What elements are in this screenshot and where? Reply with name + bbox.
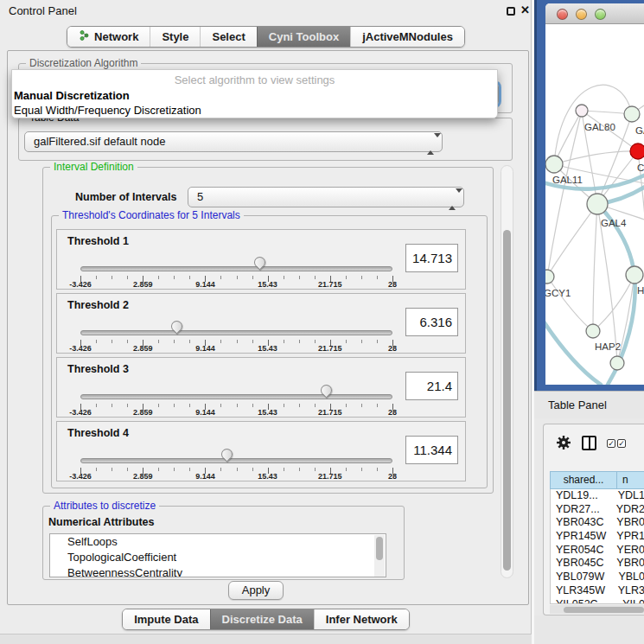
slider-tick [158, 468, 159, 471]
slider-tick [377, 276, 378, 279]
network-node-h[interactable] [626, 266, 643, 284]
settings-scrollbar-thumb[interactable] [503, 230, 511, 571]
algorithm-placeholder-option[interactable]: Select algorithm to view settings [12, 72, 497, 88]
cell-shared-name[interactable]: YER054C [551, 544, 610, 558]
slider-track[interactable] [80, 330, 392, 335]
algorithm-option-equal-width-frequency-discretization[interactable]: Equal Width/Frequency Discretization [12, 103, 497, 118]
threshold-label: Threshold 3 [67, 363, 129, 375]
cell-shared-name[interactable]: YPR145W [551, 530, 610, 544]
slider-tick [112, 404, 112, 407]
below-table-area [534, 615, 644, 644]
table-row[interactable]: YDL19...YDL1 [551, 489, 644, 503]
table-data-group: Table Data galFiltered.sif default node [18, 118, 513, 161]
column-header-shared[interactable]: shared... [550, 471, 617, 489]
table-row[interactable]: YER054CYER0 [551, 544, 644, 558]
cell-shared-name[interactable]: YBR043C [551, 516, 610, 530]
table-row[interactable]: YIL052CYIL0 [551, 598, 644, 605]
tab-cyni-toolbox[interactable]: Cyni Toolbox [257, 27, 350, 47]
tab-style[interactable]: Style [150, 27, 200, 47]
attribute-item-betweennesscentrality[interactable]: BetweennessCentrality [50, 565, 386, 577]
cell-shared-name[interactable]: YDL19... [551, 489, 612, 503]
numerical-attributes-list[interactable]: SelfLoopsTopologicalCoefficientBetweenne… [49, 533, 386, 577]
gear-icon[interactable] [556, 435, 571, 450]
slider-tick [158, 340, 159, 343]
algorithm-option-manual-discretization[interactable]: Manual Discretization [12, 88, 497, 103]
cell-name[interactable]: YDL1 [612, 489, 644, 503]
bottom-tab-impute-data-label: Impute Data [134, 613, 198, 626]
slider-tick [299, 468, 300, 471]
network-node[interactable] [610, 356, 624, 370]
network-canvas[interactable]: GAL80GACGAL11GAL4GCY1HHAP2 [545, 24, 644, 385]
slider-tick-label: 9.144 [195, 472, 215, 481]
threshold-value-field[interactable]: 11.344 [405, 436, 458, 464]
checkbox-icon[interactable]: ✓ [617, 439, 626, 448]
network-node-gal11[interactable] [545, 156, 563, 173]
threshold-row: Threshold 2 -3.4262.8599.14415.4321.7152… [56, 293, 466, 354]
attribute-item-selfloops[interactable]: SelfLoops [50, 534, 386, 550]
column-header-name[interactable]: n [617, 471, 644, 489]
slider-tick [377, 404, 378, 407]
cell-name[interactable]: YBR0 [610, 557, 644, 571]
apply-button[interactable]: Apply [228, 581, 284, 600]
slider-track[interactable] [80, 458, 392, 463]
cell-name[interactable]: YLR3 [612, 584, 644, 598]
threshold-value-field[interactable]: 14.713 [405, 244, 458, 272]
table-row[interactable]: YBR045CYBR0 [551, 557, 644, 571]
network-node-gcy1[interactable] [545, 270, 554, 284]
table-hscrollbar-thumb[interactable] [564, 607, 644, 613]
control-panel-window: Control Panel ✕ NetworkStyleSelectCyni T… [0, 0, 532, 644]
network-node-gal80[interactable] [576, 105, 588, 117]
cell-name[interactable]: YER0 [610, 544, 644, 558]
table-row[interactable]: YBR043CYBR0 [551, 516, 644, 530]
attributes-scrollbar[interactable] [374, 535, 385, 577]
threshold-value-field[interactable]: 6.316 [405, 308, 458, 336]
slider-tick [96, 340, 97, 343]
zoom-traffic-light[interactable] [595, 9, 606, 20]
table-row[interactable]: YBL079WYBL0 [551, 571, 644, 584]
network-node-gal4[interactable] [587, 194, 608, 214]
slider-track[interactable] [80, 394, 392, 399]
cell-name[interactable]: YDR2 [610, 503, 644, 517]
float-window-icon[interactable] [507, 7, 515, 16]
cell-shared-name[interactable]: YBR045C [551, 557, 610, 571]
network-node-ga[interactable] [624, 106, 640, 122]
checkbox-icon[interactable]: ✓ [607, 439, 615, 448]
table-row[interactable]: YLR345WYLR3 [551, 584, 644, 598]
cell-shared-name[interactable]: YLR345W [551, 584, 612, 598]
threshold-value-field[interactable]: 21.4 [405, 372, 458, 400]
network-node-hap2[interactable] [586, 324, 600, 338]
settings-scrollbar[interactable] [501, 165, 513, 578]
cell-shared-name[interactable]: YDR27... [551, 503, 610, 517]
table-row[interactable]: YPR145WYPR1 [551, 530, 644, 544]
close-icon[interactable]: ✕ [520, 3, 530, 16]
close-traffic-light[interactable] [557, 9, 568, 20]
slider-tick-label: -3.426 [69, 344, 92, 353]
threshold-label: Threshold 4 [67, 427, 129, 439]
table-data-combobox[interactable]: galFiltered.sif default node [24, 131, 443, 152]
bottom-tab-discretize-data[interactable]: Discretize Data [210, 609, 314, 629]
network-node-c[interactable] [630, 143, 644, 159]
number-of-intervals-combobox[interactable]: 5 [188, 187, 464, 207]
slider-tick [112, 276, 112, 279]
cell-shared-name[interactable]: YBL079W [551, 571, 612, 584]
cell-shared-name[interactable]: YIL052C [551, 598, 616, 605]
bottom-tab-infer-network[interactable]: Infer Network [314, 609, 409, 629]
attribute-item-topologicalcoefficient[interactable]: TopologicalCoefficient [50, 550, 386, 565]
minimize-traffic-light[interactable] [576, 9, 587, 20]
table-row[interactable]: YDR27...YDR2 [551, 503, 644, 517]
cell-name[interactable]: YBL0 [612, 571, 644, 584]
attributes-scrollbar-thumb[interactable] [376, 537, 383, 560]
bottom-tab-impute-data[interactable]: Impute Data [123, 609, 209, 629]
threshold-row: Threshold 3 -3.4262.8599.14415.4321.7152… [56, 357, 466, 418]
slider-tick-label: 9.144 [195, 408, 215, 417]
cell-name[interactable]: YPR1 [610, 530, 644, 544]
tab-jactivemnodules[interactable]: jActiveMNodules [350, 27, 464, 47]
slider-tick [361, 468, 362, 471]
split-columns-icon[interactable] [582, 436, 596, 450]
cell-name[interactable]: YBR0 [610, 516, 644, 530]
tab-network[interactable]: Network [67, 27, 150, 47]
slider-track[interactable] [80, 266, 392, 271]
table-horizontal-scrollbar[interactable] [550, 605, 644, 614]
tab-select[interactable]: Select [200, 27, 256, 47]
cell-name[interactable]: YIL0 [616, 598, 644, 605]
